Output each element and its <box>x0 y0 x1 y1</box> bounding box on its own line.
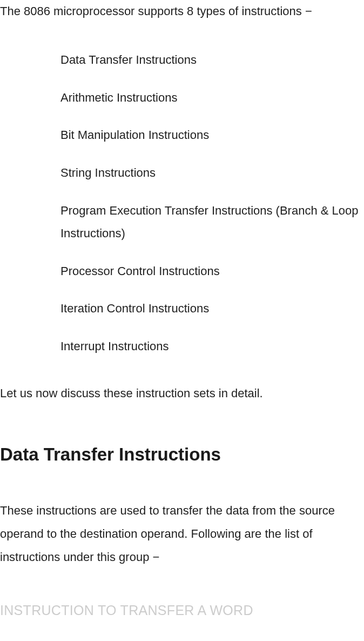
list-item: String Instructions <box>60 162 364 184</box>
subsection-heading: INSTRUCTION TO TRANSFER A WORD <box>0 599 364 621</box>
discuss-paragraph: Let us now discuss these instruction set… <box>0 384 364 403</box>
list-item: Arithmetic Instructions <box>60 86 364 109</box>
list-item: Processor Control Instructions <box>60 260 364 283</box>
list-item: Iteration Control Instructions <box>60 297 364 320</box>
instruction-type-list: Data Transfer Instructions Arithmetic In… <box>0 49 364 358</box>
intro-paragraph: The 8086 microprocessor supports 8 types… <box>0 0 364 23</box>
list-item: Interrupt Instructions <box>60 335 364 358</box>
list-item: Data Transfer Instructions <box>60 49 364 71</box>
list-item: Bit Manipulation Instructions <box>60 124 364 146</box>
section-heading: Data Transfer Instructions <box>0 440 364 469</box>
list-item: Program Execution Transfer Instructions … <box>60 199 364 245</box>
section-description: These instructions are used to transfer … <box>0 499 364 569</box>
